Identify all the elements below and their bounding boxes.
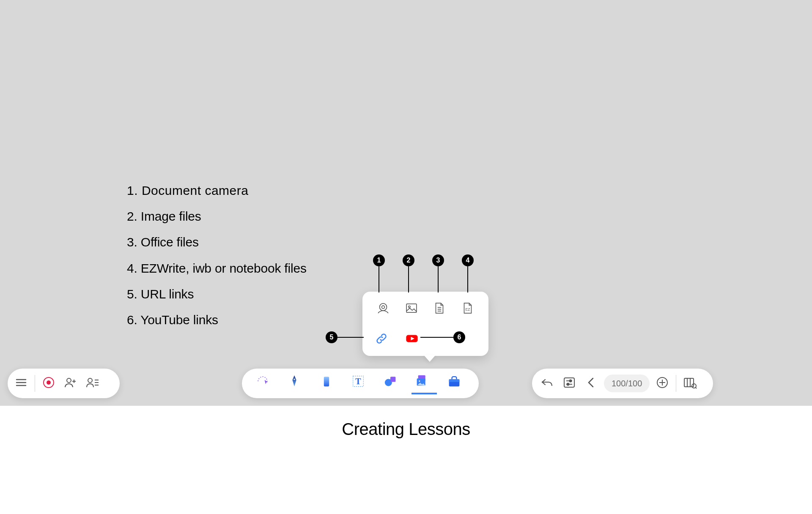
- callout-badge-2: 2: [403, 254, 414, 266]
- callout-badge-3: 3: [432, 254, 444, 266]
- ez-file-icon: EZ: [461, 301, 475, 317]
- menu-button[interactable]: [10, 372, 32, 394]
- connector-line: [420, 337, 453, 338]
- legend-num: 4.: [127, 261, 137, 275]
- connector-line: [379, 266, 379, 293]
- import-media-icon: [415, 373, 433, 392]
- legend-label: Document camera: [142, 183, 249, 197]
- ez-badge-text: EZ: [465, 307, 470, 312]
- text-icon: T: [351, 374, 370, 393]
- connector-line: [438, 266, 439, 293]
- connector-line: [337, 337, 364, 338]
- svg-point-8: [88, 378, 92, 383]
- svg-point-7: [67, 378, 71, 383]
- hamburger-icon: [14, 375, 28, 391]
- shapes-icon: [383, 374, 402, 393]
- svg-point-17: [419, 380, 420, 382]
- lasso-select-icon: [255, 374, 274, 393]
- legend-num: 2.: [127, 209, 137, 223]
- select-tool-button[interactable]: [252, 372, 277, 394]
- legend-num: 3.: [127, 235, 137, 249]
- svg-point-0: [380, 303, 387, 311]
- import-popover: EZ: [362, 292, 488, 356]
- chevron-left-icon: [584, 375, 598, 391]
- eraser-tool-button[interactable]: [316, 372, 341, 394]
- page-indicator-text: 100/100: [612, 379, 642, 388]
- svg-rect-10: [324, 377, 329, 386]
- image-icon: [404, 301, 419, 317]
- legend-item-1: 1. Document camera: [127, 184, 307, 197]
- import-url-button[interactable]: [373, 331, 390, 347]
- center-toolbar: T: [242, 369, 479, 398]
- legend-item-6: 6. YouTube links: [127, 313, 307, 326]
- legend-label: YouTube links: [140, 313, 218, 327]
- pen-icon: [287, 374, 306, 393]
- link-icon: [374, 331, 389, 347]
- user-plus-icon: [63, 375, 78, 391]
- record-button[interactable]: [38, 372, 60, 394]
- callout-badge-1: 1: [373, 254, 385, 266]
- legend-label: Office files: [141, 235, 199, 249]
- legend-label: Image files: [141, 209, 201, 223]
- svg-rect-20: [564, 378, 574, 387]
- svg-point-6: [47, 380, 51, 385]
- page-sorter-icon: [683, 375, 697, 391]
- add-user-button[interactable]: [60, 372, 82, 394]
- callout-badge-4: 4: [462, 254, 474, 266]
- user-list-button[interactable]: [82, 372, 104, 394]
- figure-caption: Creating Lessons: [0, 420, 812, 439]
- import-office-button[interactable]: [431, 301, 447, 317]
- record-icon: [41, 375, 56, 391]
- import-youtube-button[interactable]: [404, 331, 420, 347]
- eraser-icon: [319, 374, 338, 393]
- legend-item-4: 4. EZWrite, iwb or notebook files: [127, 262, 307, 275]
- camera-circle-icon: [376, 301, 390, 317]
- import-ezwrite-button[interactable]: EZ: [460, 301, 476, 317]
- callout-badge-5: 5: [326, 331, 337, 343]
- svg-text:T: T: [355, 377, 361, 386]
- sliders-icon: [562, 375, 576, 391]
- right-toolbar: 100/100: [532, 369, 713, 398]
- divider: [676, 375, 676, 392]
- undo-button[interactable]: [536, 372, 558, 394]
- page-sorter-button[interactable]: [679, 372, 701, 394]
- import-tool-button[interactable]: [411, 372, 437, 394]
- whiteboard-canvas[interactable]: 1. Document camera 2. Image files 3. Off…: [0, 0, 812, 406]
- shapes-tool-button[interactable]: [380, 372, 405, 394]
- toolbox-icon: [447, 374, 466, 393]
- undo-icon: [540, 375, 554, 391]
- user-list-icon: [85, 375, 100, 391]
- pen-tool-button[interactable]: [284, 372, 309, 394]
- svg-point-3: [409, 306, 410, 307]
- left-toolbar: [8, 369, 120, 398]
- legend-item-5: 5. URL links: [127, 287, 307, 301]
- svg-point-1: [382, 306, 385, 309]
- display-settings-button[interactable]: [558, 372, 580, 394]
- page-indicator[interactable]: 100/100: [604, 375, 650, 392]
- svg-rect-2: [406, 304, 417, 312]
- svg-rect-19: [449, 379, 459, 382]
- connector-line: [467, 266, 468, 293]
- youtube-icon: [405, 331, 419, 347]
- connector-line: [408, 266, 409, 293]
- legend-num: 1.: [127, 183, 138, 197]
- svg-point-22: [567, 383, 569, 386]
- callout-badge-6: 6: [453, 331, 465, 343]
- prev-page-button[interactable]: [580, 372, 602, 394]
- legend-item-3: 3. Office files: [127, 235, 307, 249]
- document-lines-icon: [432, 301, 447, 317]
- legend-label: URL links: [141, 287, 194, 301]
- text-tool-button[interactable]: T: [348, 372, 373, 394]
- import-image-button[interactable]: [403, 301, 420, 317]
- tools-button[interactable]: [444, 372, 469, 394]
- svg-point-21: [570, 380, 572, 382]
- add-page-button[interactable]: [651, 372, 673, 394]
- legend-num: 6.: [127, 313, 137, 327]
- plus-circle-icon: [655, 375, 669, 391]
- import-document-camera-button[interactable]: [375, 301, 391, 317]
- divider: [35, 375, 35, 392]
- legend-label: EZWrite, iwb or notebook files: [141, 261, 307, 275]
- legend-num: 5.: [127, 287, 137, 301]
- svg-point-9: [294, 379, 295, 380]
- svg-rect-14: [390, 377, 395, 382]
